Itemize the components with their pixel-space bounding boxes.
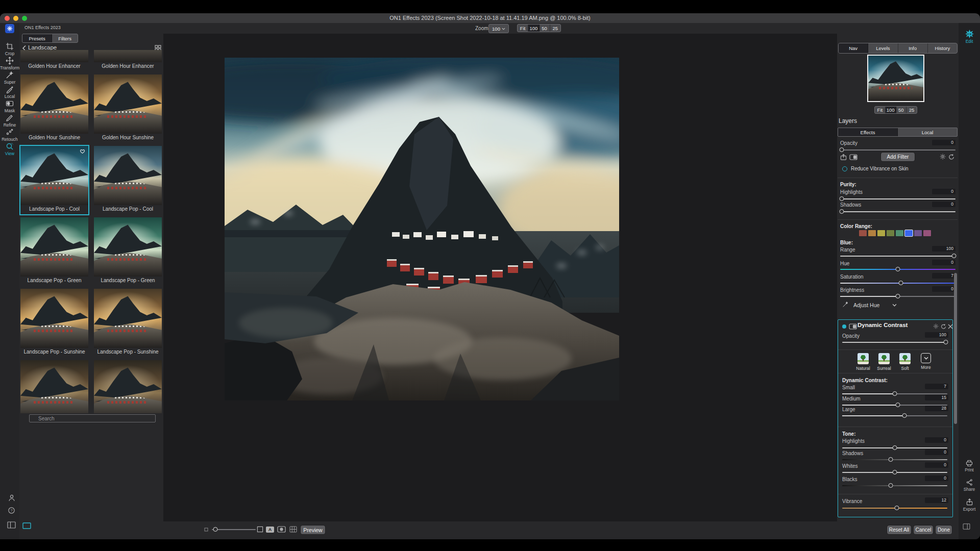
adjust-hue-label[interactable]: Adjust Hue [853, 302, 879, 308]
grid-overlay-icon[interactable] [289, 526, 297, 533]
nav-zoom-fit[interactable]: Fit [875, 107, 886, 113]
slider-knob[interactable] [895, 506, 899, 510]
add-filter-button[interactable]: Add Filter [881, 153, 915, 161]
tab-info[interactable]: Info [898, 43, 928, 53]
tool-local[interactable]: Local [0, 85, 19, 99]
show-original-icon[interactable] [257, 526, 263, 533]
brightness-slider[interactable] [840, 294, 955, 298]
hue-slider[interactable] [840, 267, 955, 271]
chevron-down-icon[interactable] [892, 304, 897, 307]
slider-knob[interactable] [840, 196, 844, 201]
slider-knob[interactable] [840, 147, 844, 152]
tool-crop[interactable]: Crop [0, 42, 19, 56]
dc-opacity-value[interactable]: 100 [925, 332, 948, 338]
tone-whites-value[interactable]: 0 [925, 462, 948, 468]
preset-item[interactable] [20, 360, 88, 413]
module-export[interactable]: Export [959, 498, 980, 512]
layer-mask-icon[interactable] [849, 154, 857, 160]
tone-blacks-value[interactable]: 0 [925, 475, 948, 481]
preset-item[interactable]: Landscape Pop - Sunshine [20, 289, 88, 357]
slider-knob[interactable] [893, 470, 897, 474]
filter-enable-toggle[interactable] [842, 166, 847, 171]
skin-filter-label[interactable]: Reduce Vibrance on Skin [851, 166, 909, 171]
panel-toggle-icon[interactable] [963, 523, 970, 530]
tab-history[interactable]: History [928, 43, 957, 53]
nav-zoom-50[interactable]: 50 [896, 107, 907, 113]
large-slider[interactable] [842, 413, 947, 418]
reset-all-button[interactable]: Reset All [887, 525, 911, 534]
tab-presets[interactable]: Presets [22, 34, 52, 42]
purity-shadows-slider[interactable] [840, 209, 955, 214]
preset-item[interactable]: Golden Hour Sunshine [94, 74, 162, 143]
tone-shadows-slider[interactable] [842, 457, 947, 462]
dc-preset-surreal[interactable]: Surreal [874, 353, 894, 371]
brightness-value[interactable]: 0 [932, 286, 955, 292]
slider-knob[interactable] [840, 209, 844, 214]
preset-item[interactable]: Landscape Pop - Cool [94, 146, 162, 214]
compare-slider[interactable] [212, 527, 256, 532]
tab-levels[interactable]: Levels [868, 43, 898, 53]
range-value[interactable]: 100 [932, 246, 955, 252]
tab-nav[interactable]: Nav [839, 43, 868, 53]
tab-local[interactable]: Local [898, 128, 957, 136]
preset-item[interactable]: Landscape Pop - Green [20, 217, 88, 286]
swatch-purple[interactable] [914, 230, 922, 236]
zoom-100[interactable]: 100 [528, 24, 539, 32]
gear-icon[interactable] [940, 154, 946, 160]
photo-canvas[interactable] [225, 58, 619, 400]
slider-knob[interactable] [893, 445, 897, 450]
large-value[interactable]: 28 [925, 406, 948, 411]
hue-value[interactable]: 0 [932, 260, 955, 265]
swatch-yellow[interactable] [877, 230, 885, 236]
slider-knob[interactable] [902, 413, 906, 418]
tool-retouch[interactable]: Retouch [0, 128, 19, 142]
swatch-orange[interactable] [868, 230, 876, 236]
browse-panel-toggle[interactable] [7, 521, 16, 531]
module-share[interactable]: Share [959, 479, 980, 492]
swatch-red[interactable] [859, 230, 867, 236]
swatch-green[interactable] [887, 230, 894, 236]
dc-preset-soft[interactable]: Soft [895, 353, 915, 371]
mask-view-icon[interactable] [277, 526, 286, 533]
opacity-slider[interactable] [840, 147, 955, 152]
dc-preset-natural[interactable]: Natural [853, 353, 873, 371]
preset-item[interactable]: Landscape Pop - Sunshine [94, 289, 162, 357]
slider-knob[interactable] [213, 527, 217, 532]
preset-item[interactable]: Landscape Pop - Green [94, 217, 162, 286]
account-button[interactable] [8, 494, 16, 504]
nav-zoom-25[interactable]: 25 [906, 107, 917, 113]
zoom-50[interactable]: 50 [540, 24, 550, 32]
opacity-value[interactable]: 0 [932, 140, 955, 145]
tone-whites-slider[interactable] [842, 470, 947, 474]
preview-button[interactable]: Preview [301, 525, 325, 534]
filter-reset-icon[interactable] [941, 323, 946, 329]
preset-item[interactable]: Golden Hour Enhancer [94, 50, 162, 71]
slider-knob[interactable] [896, 294, 900, 298]
preset-item[interactable] [94, 360, 162, 413]
slider-knob[interactable] [888, 483, 893, 488]
nav-zoom-100[interactable]: 100 [886, 107, 896, 113]
module-print[interactable]: Print [959, 459, 980, 472]
vibrance-slider[interactable] [842, 506, 947, 510]
saturation-value[interactable]: 7 [932, 273, 955, 279]
dc-opacity-slider[interactable] [842, 340, 947, 344]
slider-knob[interactable] [898, 281, 903, 285]
purity-highlights-value[interactable]: 0 [932, 189, 955, 194]
filter-gear-icon[interactable] [933, 323, 939, 329]
purity-shadows-value[interactable]: 0 [932, 202, 955, 207]
preset-item-selected[interactable]: Landscape Pop - Cool [20, 146, 88, 214]
search-input[interactable] [29, 414, 156, 422]
cancel-button[interactable]: Cancel [914, 525, 933, 534]
preset-item[interactable]: Golden Hour Sunshine [20, 74, 88, 143]
filmstrip-toggle[interactable] [22, 522, 31, 531]
favorite-heart-icon[interactable] [79, 148, 86, 154]
filter-enabled-dot[interactable] [842, 324, 846, 329]
panel-scrollbar[interactable] [954, 273, 957, 424]
tool-mask[interactable]: Mask [0, 99, 19, 113]
reset-icon[interactable] [948, 154, 954, 160]
slider-knob[interactable] [888, 457, 893, 462]
swatch-magenta[interactable] [923, 230, 931, 236]
slider-knob[interactable] [893, 391, 897, 396]
help-button[interactable]: ? [8, 507, 15, 516]
vibrance-value[interactable]: 12 [925, 497, 948, 503]
